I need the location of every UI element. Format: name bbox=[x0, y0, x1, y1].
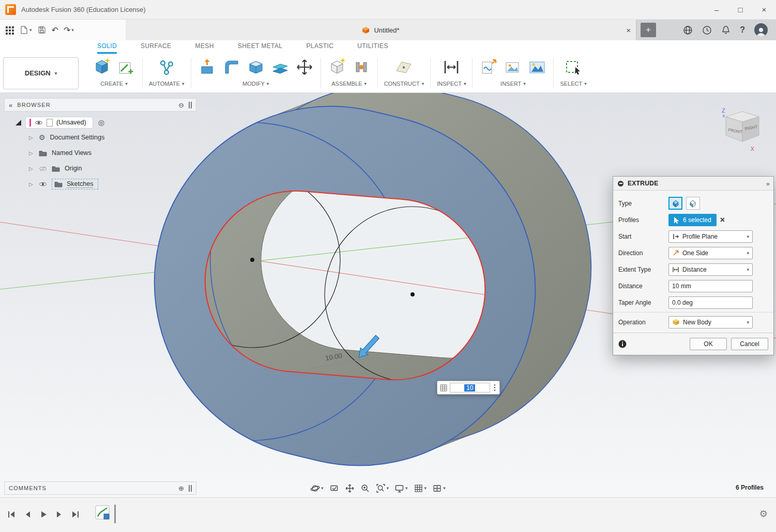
timeline-sketch-feature[interactable] bbox=[95, 505, 111, 521]
type-extrude-button[interactable] bbox=[668, 197, 682, 210]
direction-dropdown[interactable]: One Side ▾ bbox=[668, 247, 753, 259]
profiles-selected-chip[interactable]: 6 selected bbox=[668, 214, 717, 226]
add-comment-icon[interactable]: ⊕ bbox=[178, 484, 184, 492]
extensions-globe-icon[interactable] bbox=[683, 25, 693, 35]
timeline-gear-icon[interactable]: ⚙ bbox=[759, 508, 768, 520]
modify-menu-button[interactable]: MODIFY▾ bbox=[242, 81, 269, 87]
zoom-button[interactable] bbox=[359, 482, 371, 494]
panel-grip-icon[interactable] bbox=[189, 485, 192, 492]
browser-item-origin[interactable]: ▷ Origin bbox=[4, 161, 196, 176]
tab-utilities[interactable]: UTILITIES bbox=[357, 42, 388, 54]
root-expander-icon[interactable] bbox=[16, 120, 21, 126]
viewcube[interactable]: FRONT RIGHT Z X bbox=[722, 107, 759, 152]
combine-icon[interactable] bbox=[270, 57, 290, 77]
sketches-selection-box[interactable]: Sketches bbox=[52, 179, 98, 190]
new-component-icon[interactable] bbox=[327, 57, 347, 77]
insert-menu-button[interactable]: INSERT▾ bbox=[500, 81, 526, 87]
expander-icon[interactable]: ▷ bbox=[29, 150, 34, 156]
user-avatar[interactable] bbox=[754, 23, 768, 37]
extent-type-dropdown[interactable]: Distance ▾ bbox=[668, 263, 753, 276]
distance-field[interactable] bbox=[668, 280, 753, 292]
tab-mesh[interactable]: MESH bbox=[195, 42, 214, 54]
orbit-button[interactable]: ▾ bbox=[309, 482, 325, 494]
select-icon[interactable] bbox=[564, 57, 583, 77]
tab-surface[interactable]: SURFACE bbox=[141, 42, 171, 54]
collapse-panel-icon[interactable]: « bbox=[9, 101, 12, 109]
display-settings-button[interactable]: ▾ bbox=[393, 482, 409, 494]
play-button[interactable] bbox=[38, 509, 49, 520]
decal-icon[interactable] bbox=[503, 57, 523, 77]
close-button[interactable]: × bbox=[752, 0, 776, 20]
joint-icon[interactable] bbox=[352, 57, 371, 77]
start-dropdown[interactable]: Profile Plane ▾ bbox=[668, 230, 753, 243]
browser-item-named-views[interactable]: ▷ Named Views bbox=[4, 145, 196, 161]
taper-angle-field[interactable] bbox=[668, 296, 753, 309]
tab-solid[interactable]: SOLID bbox=[97, 42, 117, 54]
file-menu-button[interactable]: ▾ bbox=[19, 25, 32, 35]
new-tab-button[interactable]: + bbox=[641, 23, 656, 37]
expander-icon[interactable]: ▷ bbox=[29, 181, 34, 187]
maximize-button[interactable]: □ bbox=[728, 0, 752, 20]
info-icon[interactable] bbox=[618, 340, 627, 348]
inspect-menu-button[interactable]: INSPECT▾ bbox=[437, 81, 466, 87]
help-icon[interactable]: ? bbox=[740, 25, 745, 35]
save-button[interactable] bbox=[37, 25, 47, 35]
document-tab[interactable]: Untitled* × bbox=[126, 20, 636, 40]
panel-grip-icon[interactable] bbox=[189, 102, 192, 108]
comments-bar[interactable]: COMMENTS ⊕ bbox=[4, 481, 196, 495]
clear-selection-icon[interactable]: × bbox=[720, 215, 725, 225]
new-solid-icon[interactable] bbox=[92, 57, 112, 77]
expander-icon[interactable]: ▷ bbox=[29, 135, 34, 140]
cancel-button[interactable]: Cancel bbox=[731, 338, 768, 350]
browser-item-sketches[interactable]: ▷ Sketches bbox=[4, 176, 196, 192]
expander-icon[interactable]: ▷ bbox=[29, 166, 34, 171]
pan-button[interactable] bbox=[344, 482, 356, 494]
undo-button[interactable]: ↶ bbox=[52, 25, 58, 35]
fit-button[interactable]: ▾ bbox=[375, 482, 390, 494]
automate-menu-button[interactable]: AUTOMATE▾ bbox=[149, 81, 185, 87]
eye-off-icon[interactable] bbox=[39, 166, 47, 171]
ok-button[interactable]: OK bbox=[690, 338, 727, 350]
move-copy-icon[interactable] bbox=[295, 57, 314, 77]
look-at-button[interactable] bbox=[328, 482, 340, 494]
construction-plane-icon[interactable] bbox=[394, 57, 414, 77]
notifications-bell-icon[interactable] bbox=[721, 25, 731, 35]
type-thin-extrude-button[interactable] bbox=[686, 197, 700, 210]
automate-icon[interactable] bbox=[157, 57, 176, 77]
dialog-handle-icon[interactable] bbox=[618, 181, 623, 186]
root-document-label[interactable]: (Unsaved) bbox=[56, 119, 86, 126]
minimize-panel-icon[interactable]: ⊖ bbox=[178, 101, 184, 109]
tab-close-icon[interactable]: × bbox=[626, 26, 631, 35]
measure-icon[interactable] bbox=[442, 57, 461, 77]
job-status-clock-icon[interactable] bbox=[702, 25, 712, 35]
sketch-point-left[interactable] bbox=[250, 258, 254, 262]
browser-item-document-settings[interactable]: ▷ ⚙ Document Settings bbox=[4, 130, 196, 145]
workspace-selector[interactable]: DESIGN ▾ bbox=[3, 57, 79, 89]
select-menu-button[interactable]: SELECT▾ bbox=[560, 81, 586, 87]
tab-plastic[interactable]: PLASTIC bbox=[306, 42, 333, 54]
activate-component-icon[interactable]: ◎ bbox=[98, 118, 104, 127]
input-options-icon[interactable] bbox=[493, 384, 497, 391]
timeline-position-marker[interactable] bbox=[114, 505, 116, 523]
create-sketch-icon[interactable] bbox=[116, 57, 136, 77]
visibility-eye-icon[interactable] bbox=[39, 181, 47, 187]
redo-button[interactable]: ↷ ▾ bbox=[64, 25, 74, 35]
expression-table-icon[interactable] bbox=[440, 384, 447, 392]
viewports-button[interactable]: ▾ bbox=[431, 482, 447, 494]
create-menu-button[interactable]: CREATE▾ bbox=[100, 81, 127, 87]
grid-snap-button[interactable]: ▾ bbox=[413, 482, 428, 494]
shell-icon[interactable] bbox=[246, 57, 266, 77]
assemble-menu-button[interactable]: ASSEMBLE▾ bbox=[331, 81, 367, 87]
minimize-button[interactable]: – bbox=[705, 0, 728, 20]
tab-sheet-metal[interactable]: SHEET METAL bbox=[238, 42, 283, 54]
dialog-expand-icon[interactable]: » bbox=[766, 180, 769, 187]
skip-to-start-button[interactable] bbox=[6, 509, 17, 520]
construct-menu-button[interactable]: CONSTRUCT▾ bbox=[384, 81, 424, 87]
step-back-button[interactable] bbox=[22, 509, 33, 520]
operation-dropdown[interactable]: New Body ▾ bbox=[668, 316, 753, 328]
insert-svg-icon[interactable] bbox=[479, 57, 498, 77]
canvas-image-icon[interactable] bbox=[527, 57, 547, 77]
app-grid-icon[interactable] bbox=[5, 26, 14, 35]
sketch-point-right[interactable] bbox=[410, 292, 415, 296]
step-forward-button[interactable] bbox=[54, 509, 65, 520]
